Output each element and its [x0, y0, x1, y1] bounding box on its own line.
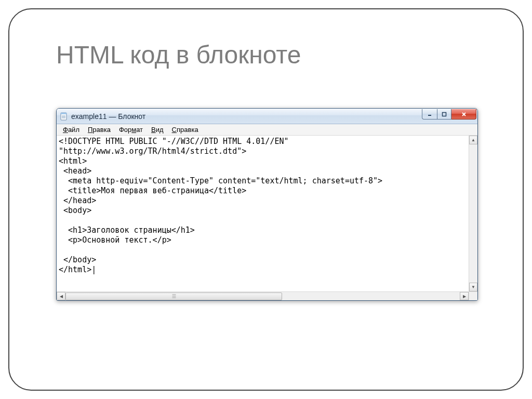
notepad-icon: [60, 112, 68, 121]
vertical-scrollbar[interactable]: ▲ ▼: [469, 136, 477, 291]
titlebar[interactable]: example11 — Блокнот: [57, 109, 477, 124]
maximize-button[interactable]: [437, 109, 451, 119]
scroll-up-button[interactable]: ▲: [469, 136, 477, 144]
menu-file[interactable]: Файл: [59, 125, 84, 135]
menu-help[interactable]: Справка: [168, 125, 203, 135]
horizontal-scrollbar[interactable]: ◀ ▶: [57, 291, 477, 300]
hscroll-track[interactable]: [65, 292, 460, 300]
minimize-button[interactable]: [422, 109, 437, 119]
text-area[interactable]: <!DOCTYPE HTML PUBLIC "-//W3C//DTD HTML …: [57, 136, 469, 291]
menubar: Файл Правка Формат Вид Справка: [57, 124, 477, 136]
notepad-window: example11 — Блокнот Файл Правка Формат В…: [56, 108, 478, 301]
svg-rect-6: [443, 112, 446, 116]
svg-rect-1: [61, 113, 66, 114]
menu-format[interactable]: Формат: [115, 125, 147, 135]
menu-view[interactable]: Вид: [147, 125, 168, 135]
window-title: example11 — Блокнот: [71, 109, 422, 124]
scroll-down-button[interactable]: ▼: [469, 283, 477, 291]
vscroll-track[interactable]: [469, 144, 477, 283]
menu-edit[interactable]: Правка: [84, 125, 115, 135]
window-controls: [422, 109, 476, 119]
slide-title: HTML код в блокноте: [56, 41, 301, 69]
scroll-right-button[interactable]: ▶: [460, 292, 469, 300]
client-area: <!DOCTYPE HTML PUBLIC "-//W3C//DTD HTML …: [57, 136, 477, 291]
slide-frame: HTML код в блокноте example11 — Блокнот: [8, 8, 524, 391]
hscroll-thumb[interactable]: [65, 292, 282, 300]
close-button[interactable]: [451, 109, 476, 119]
scroll-left-button[interactable]: ◀: [57, 292, 65, 300]
scrollbar-corner: [469, 292, 477, 300]
